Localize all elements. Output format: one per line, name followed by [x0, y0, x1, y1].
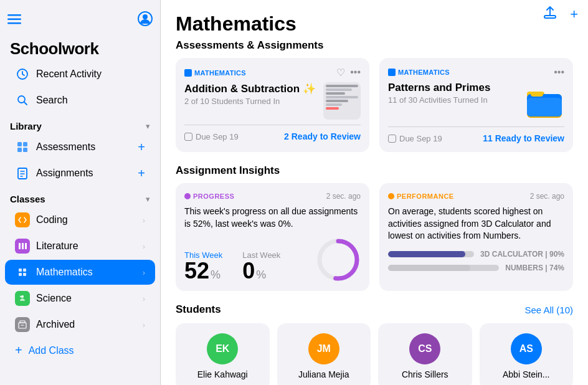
clock-icon: [15, 67, 30, 82]
assessments-section-label: Assessments & Assignments: [176, 39, 573, 52]
bar-row-1: NUMBERS | 74%: [388, 264, 564, 272]
this-week-stat: This Week 52 %: [184, 250, 222, 282]
assignments-icon: [15, 166, 30, 181]
card-review-label: 2 Ready to Review: [284, 131, 361, 141]
export-button[interactable]: [543, 5, 557, 24]
progress-insight-text: This week's progress on all due assignme…: [184, 206, 361, 230]
bar-fill-0: [388, 251, 465, 257]
svg-rect-21: [23, 273, 26, 276]
sidebar-item-archived[interactable]: Archived ›: [5, 312, 155, 337]
card-actions: ♡ •••: [336, 67, 361, 78]
progress-ring: [316, 237, 361, 282]
assignment-card-patterns[interactable]: MATHEMATICS ••• Patterns and Primes 11 o…: [379, 58, 573, 152]
app-title-area: Schoolwork: [0, 34, 160, 61]
last-week-stat: Last Week 0 %: [242, 250, 280, 282]
last-week-value-row: 0 %: [242, 260, 280, 282]
app-title: Schoolwork: [10, 39, 98, 59]
svg-rect-20: [19, 273, 22, 276]
svg-rect-32: [531, 92, 543, 97]
svg-point-4: [143, 14, 148, 19]
student-name-jm: Juliana Mejia: [298, 369, 349, 379]
svg-point-6: [18, 96, 25, 103]
sidebar-toggle-button[interactable]: [7, 13, 21, 27]
card-subject-label: MATHEMATICS: [184, 69, 246, 77]
bar-track-1: [388, 265, 499, 271]
performance-dot-icon: [388, 193, 394, 199]
progress-insight-card: PROGRESS 2 sec. ago This week's progress…: [176, 183, 369, 291]
students-label: Students: [176, 303, 221, 316]
insights-row: PROGRESS 2 sec. ago This week's progress…: [176, 183, 573, 291]
avatar-ek: EK: [207, 333, 238, 364]
svg-rect-10: [23, 148, 27, 152]
last-week-value: 0: [242, 260, 255, 282]
student-card-ek[interactable]: EK Elie Kahwagi: [176, 323, 270, 385]
svg-rect-8: [23, 142, 27, 146]
classes-title: Classes: [10, 194, 45, 204]
bar-row-0: 3D CALCULATOR | 90%: [388, 250, 564, 259]
student-name-as: Abbi Stein...: [503, 369, 550, 379]
last-week-unit: %: [256, 269, 266, 282]
card-top-2: MATHEMATICS •••: [388, 67, 564, 78]
more-icon-2[interactable]: •••: [554, 67, 564, 78]
svg-rect-31: [527, 98, 562, 116]
card-top: MATHEMATICS ♡ •••: [184, 67, 361, 78]
literature-chevron-icon: ›: [143, 242, 145, 251]
add-class-plus-icon: +: [15, 343, 22, 358]
calendar-icon-2: [388, 135, 396, 143]
student-card-jm[interactable]: JM Juliana Mejia: [277, 323, 371, 385]
coding-icon: [15, 212, 30, 227]
svg-rect-9: [17, 148, 22, 152]
assessments-label: Assessments: [36, 141, 131, 153]
student-name-cs: Chris Sillers: [402, 369, 448, 379]
avatar-as: AS: [511, 333, 542, 364]
card-thumbnail-add-sub: [323, 82, 361, 120]
svg-rect-17: [25, 243, 27, 249]
bar-label-1: NUMBERS | 74%: [505, 264, 564, 272]
insights-section-label: Assignment Insights: [176, 164, 573, 177]
sidebar-item-mathematics[interactable]: Mathematics ›: [5, 260, 155, 285]
sidebar-item-search[interactable]: Search: [5, 88, 155, 113]
add-assignment-button[interactable]: +: [138, 166, 145, 181]
card-title-2: Patterns and Primes: [388, 82, 490, 94]
performance-time: 2 sec. ago: [530, 192, 564, 201]
see-all-button[interactable]: See All (10): [524, 305, 573, 315]
library-chevron-icon: ▾: [146, 121, 150, 131]
library-section-header: Library ▾: [0, 113, 160, 134]
sidebar-item-literature[interactable]: Literature ›: [5, 234, 155, 259]
main-content-area: + Mathematics Assessments & Assignments …: [161, 0, 588, 385]
sidebar-item-science[interactable]: Science ›: [5, 286, 155, 311]
this-week-value-row: 52 %: [184, 260, 222, 282]
sidebar-item-recent-activity[interactable]: Recent Activity: [5, 62, 155, 87]
card-content: Addition & Subtraction ✨ 2 of 10 Student…: [184, 82, 361, 120]
mathematics-label: Mathematics: [36, 267, 136, 278]
sidebar: Schoolwork Recent Activity Search Librar…: [0, 0, 161, 385]
recent-activity-label: Recent Activity: [36, 69, 145, 80]
heart-icon[interactable]: ♡: [336, 67, 345, 78]
sidebar-item-assessments[interactable]: Assessments +: [5, 135, 155, 159]
assignments-cards-row: MATHEMATICS ♡ ••• Addition & Subtraction…: [176, 58, 573, 152]
classes-section-header: Classes ▾: [0, 186, 160, 207]
add-class-item[interactable]: + Add Class: [5, 338, 155, 363]
card-title: Addition & Subtraction ✨: [184, 82, 316, 95]
science-chevron-icon: ›: [143, 294, 145, 303]
assignment-card-add-sub[interactable]: MATHEMATICS ♡ ••• Addition & Subtraction…: [176, 58, 369, 152]
card-content-2: Patterns and Primes 11 of 30 Activities …: [388, 82, 564, 121]
svg-rect-0: [7, 14, 21, 16]
student-card-as[interactable]: AS Abbi Stein...: [480, 323, 574, 385]
more-icon[interactable]: •••: [350, 67, 361, 78]
student-name-ek: Elie Kahwagi: [197, 369, 248, 379]
avatar-cs: CS: [409, 333, 440, 364]
performance-bars: 3D CALCULATOR | 90% NUMBERS | 74%: [388, 250, 564, 272]
add-assessment-button[interactable]: +: [138, 140, 145, 154]
student-card-cs[interactable]: CS Chris Sillers: [378, 323, 472, 385]
this-week-value: 52: [184, 260, 209, 282]
classes-chevron-icon: ▾: [146, 194, 150, 204]
students-row: EK Elie Kahwagi JM Juliana Mejia CS Chri…: [176, 323, 573, 385]
page-title: Mathematics: [176, 12, 573, 36]
sidebar-item-assignments[interactable]: Assignments +: [5, 161, 155, 186]
add-button[interactable]: +: [570, 6, 578, 22]
progress-stats: This Week 52 % Last Week 0 %: [184, 237, 361, 282]
profile-button[interactable]: [138, 11, 153, 29]
svg-rect-7: [17, 142, 22, 146]
sidebar-item-coding[interactable]: Coding ›: [5, 207, 155, 232]
